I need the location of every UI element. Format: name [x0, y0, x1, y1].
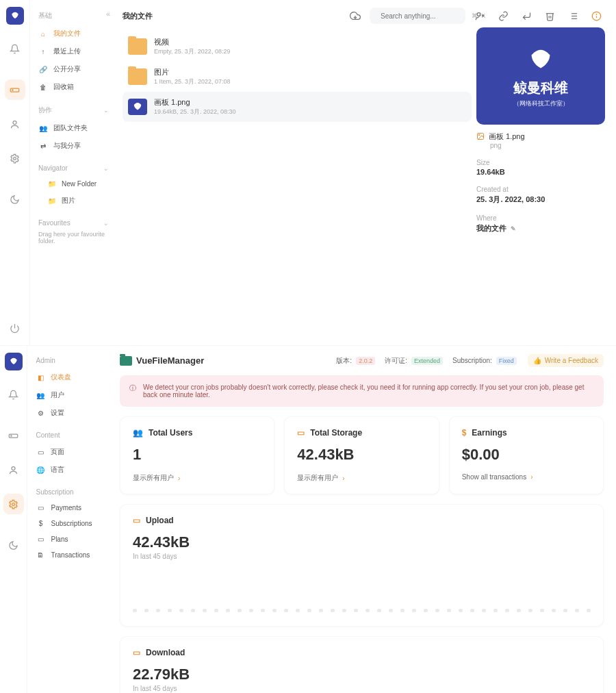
svg-point-22: [11, 435, 12, 436]
file-meta: 19.64kB, 25. 3月. 2022, 08:30: [154, 108, 236, 116]
feedback-button[interactable]: 👍 Write a Feedback: [528, 354, 604, 367]
sidebar-item-trash[interactable]: 🗑回收箱: [38, 78, 109, 96]
file-name: 画板 1.png: [154, 97, 236, 108]
trash-icon: 🗑: [38, 84, 48, 91]
rail-user-icon[interactable]: [5, 114, 25, 134]
rail-settings-icon[interactable]: [3, 494, 24, 514]
cube-icon: ◧: [36, 374, 45, 381]
card-link[interactable]: 显示所有用户›: [297, 473, 426, 483]
admin-sidebar: Admin ◧仪表盘 👥用户 ⚙设置 Content ▭页面 🌐语言 Subsc…: [27, 346, 107, 693]
link-icon: 🔗: [38, 66, 48, 73]
rail-drive-icon[interactable]: [5, 79, 25, 100]
chevron-down-icon[interactable]: ⌄: [103, 220, 109, 227]
edit-icon[interactable]: ✎: [511, 225, 516, 232]
file-row[interactable]: 画板 1.png 19.64kB, 25. 3月. 2022, 08:30: [123, 92, 472, 122]
rail-bell-icon[interactable]: [5, 38, 25, 59]
sidebar-item-language[interactable]: 🌐语言: [36, 461, 101, 479]
sidebar-item-dashboard[interactable]: ◧仪表盘: [36, 368, 101, 386]
folder-icon: [128, 38, 147, 55]
section-collab: 协作: [38, 105, 52, 115]
version-badge: 2.0.2: [356, 357, 375, 365]
link-icon[interactable]: [494, 7, 512, 25]
admin-main: VueFileManager 版本: 2.0.2 许可证: Extended S…: [107, 346, 616, 693]
card-link[interactable]: 显示所有用户›: [133, 473, 261, 483]
card-value: 1: [133, 446, 261, 464]
file-row[interactable]: 视频 Empty, 25. 3月. 2022, 08:29: [123, 32, 472, 62]
file-meta: 1 Item, 25. 3月. 2022, 07:08: [154, 77, 231, 86]
section-content: Content: [36, 431, 60, 439]
drive-icon: ▭: [297, 428, 305, 438]
image-icon: [476, 132, 485, 142]
app-logo: [5, 353, 23, 370]
svg-point-1: [12, 89, 13, 90]
rail-moon-icon[interactable]: [5, 189, 25, 210]
sidebar-item-recent[interactable]: ↑最近上传: [38, 42, 109, 60]
rail-moon-icon[interactable]: [3, 535, 24, 555]
alert-banner: ⓘ We detect your cron jobs probably does…: [120, 375, 604, 407]
sidebar-item-pages[interactable]: ▭页面: [36, 443, 101, 461]
move-icon[interactable]: [517, 7, 535, 25]
view-list-icon[interactable]: [564, 7, 582, 25]
icon-rail: [0, 346, 27, 693]
chevron-down-icon[interactable]: ⌄: [103, 107, 109, 114]
sidebar-item-subscriptions[interactable]: $Subscriptions: [36, 516, 101, 531]
sidebar-item-team[interactable]: 👥团队文件夹: [38, 119, 109, 137]
file-meta: Empty, 25. 3月. 2022, 08:29: [154, 47, 230, 56]
detail-created: 25. 3月. 2022, 08:30: [476, 194, 605, 205]
section-base: 基础: [38, 11, 52, 21]
users-icon: 👥: [133, 428, 143, 438]
chevron-right-icon: ›: [530, 473, 532, 481]
svg-point-24: [12, 503, 15, 505]
preview-image: 鲸曼科维 （网络科技工作室）: [476, 27, 605, 125]
card-earnings: $Earnings $0.00 Show all transactions›: [449, 416, 604, 494]
header: VueFileManager 版本: 2.0.2 许可证: Extended S…: [120, 354, 604, 367]
add-user-icon[interactable]: [471, 7, 489, 25]
search-input[interactable]: [381, 12, 467, 20]
rail-bell-icon[interactable]: [3, 384, 24, 405]
drive-icon: ▭: [133, 516, 140, 525]
home-icon: ⌂: [38, 30, 48, 38]
icon-rail: [0, 0, 30, 345]
rail-drive-icon[interactable]: [3, 425, 24, 446]
sidebar-item-share[interactable]: 🔗公开分享: [38, 60, 109, 78]
rail-power-icon[interactable]: [5, 318, 25, 338]
detail-ext: png: [490, 142, 605, 149]
collapse-icon[interactable]: «: [106, 10, 110, 18]
sidebar-item-transactions[interactable]: 🗎Transactions: [36, 547, 101, 563]
delete-icon[interactable]: [541, 7, 559, 25]
file-name: 图片: [154, 67, 231, 77]
detail-where-label: Where: [476, 214, 605, 222]
chevron-down-icon[interactable]: ⌄: [103, 165, 109, 172]
sidebar-item-payments[interactable]: ▭Payments: [36, 500, 101, 516]
sidebar: « 基础 ⌂我的文件 ↑最近上传 🔗公开分享 🗑回收箱 协作⌄ 👥团队文件夹 ⇄…: [30, 0, 116, 345]
upload-chart: [133, 570, 591, 612]
svg-point-18: [596, 14, 597, 14]
nav-item-newfolder[interactable]: 📁New Folder: [38, 176, 109, 192]
svg-point-2: [13, 121, 16, 124]
card-users: 👥Total Users 1 显示所有用户›: [120, 416, 274, 494]
sidebar-item-users[interactable]: 👥用户: [36, 386, 101, 404]
sidebar-item-shared[interactable]: ⇄与我分享: [38, 137, 109, 155]
cloud-download-icon[interactable]: [346, 7, 364, 25]
share-icon: ⇄: [38, 142, 48, 150]
rail-settings-icon[interactable]: [5, 148, 25, 168]
card-link[interactable]: Show all transactions›: [462, 473, 591, 481]
info-icon[interactable]: [587, 7, 605, 25]
sidebar-item-settings[interactable]: ⚙设置: [36, 404, 101, 422]
rail-user-icon[interactable]: [3, 459, 24, 480]
svg-point-3: [14, 157, 16, 160]
image-thumbnail: [128, 99, 147, 115]
app-logo: [6, 7, 24, 25]
drive-icon: ▭: [133, 648, 140, 657]
folder-icon: 📁: [48, 180, 56, 188]
file-row[interactable]: 图片 1 Item, 25. 3月. 2022, 07:08: [123, 62, 472, 92]
sidebar-item-plans[interactable]: ▭Plans: [36, 531, 101, 547]
nav-item-images[interactable]: 📁图片: [38, 192, 109, 210]
sidebar-item-myfiles[interactable]: ⌂我的文件: [38, 25, 109, 42]
card-storage: ▭Total Storage 42.43kB 显示所有用户›: [284, 416, 439, 494]
chevron-right-icon: ›: [342, 475, 344, 482]
section-favourites: Favourites: [38, 219, 70, 227]
search-box[interactable]: ⌘+K: [370, 8, 465, 24]
detail-where: 我的文件: [476, 223, 506, 234]
drive-icon: ▭: [36, 536, 45, 543]
